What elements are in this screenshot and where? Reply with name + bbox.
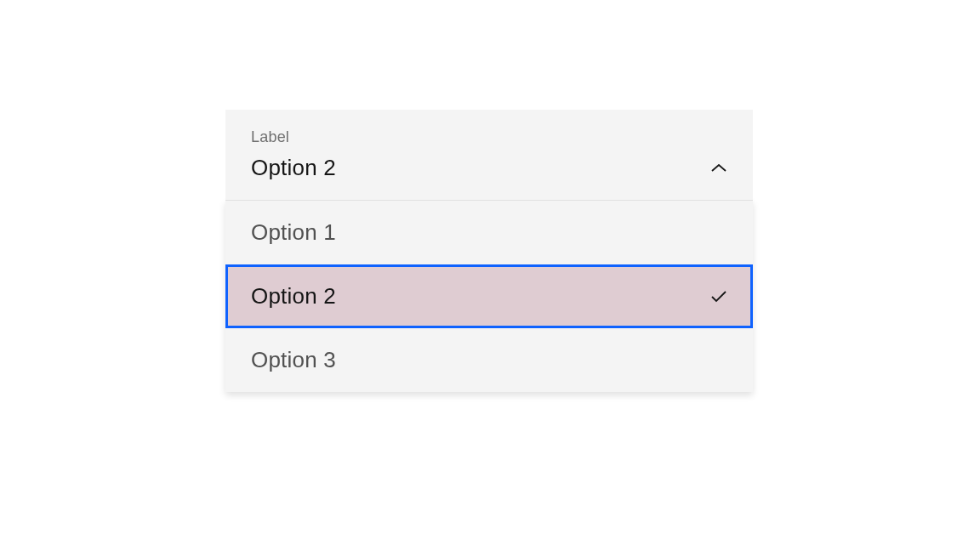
dropdown-option-label: Option 1 <box>251 219 336 246</box>
dropdown-trigger[interactable]: Label Option 2 <box>225 110 753 200</box>
dropdown-menu: Option 1 Option 2 Option 3 <box>225 200 753 392</box>
dropdown-option-2[interactable]: Option 2 <box>225 264 753 328</box>
checkmark-icon <box>710 288 727 305</box>
dropdown-option-label: Option 3 <box>251 347 336 373</box>
dropdown-selected-value: Option 2 <box>251 155 336 181</box>
dropdown-selected-row: Option 2 <box>251 155 727 181</box>
chevron-up-icon <box>710 160 727 177</box>
dropdown: Label Option 2 Option 1 Option 2 Option … <box>225 110 753 392</box>
dropdown-option-label: Option 2 <box>251 283 336 310</box>
dropdown-option-1[interactable]: Option 1 <box>225 201 753 264</box>
dropdown-label: Label <box>251 128 727 146</box>
dropdown-option-3[interactable]: Option 3 <box>225 328 753 392</box>
